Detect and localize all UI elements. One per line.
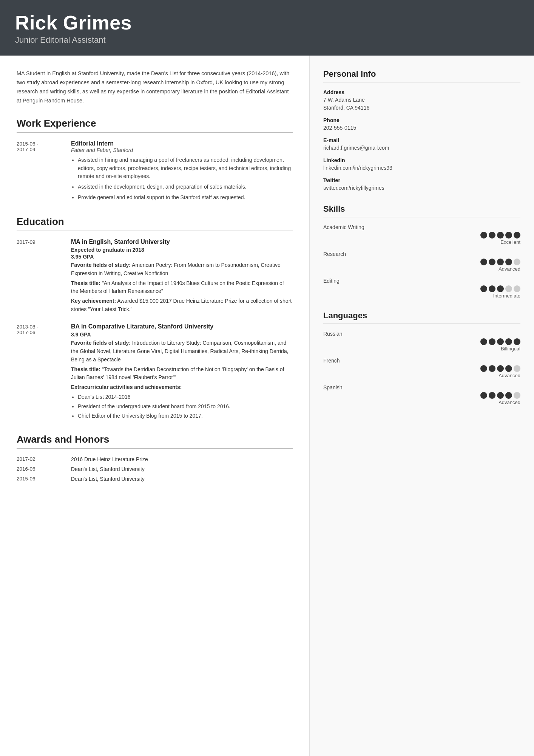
edu-entry-2: 2013-08 -2017-06 BA in Comparative Litar…: [17, 323, 293, 421]
lang-dot-2-1: [480, 365, 487, 372]
linkedin-label: LinkedIn: [323, 157, 520, 163]
left-column: MA Student in English at Stanford Univer…: [0, 56, 310, 756]
work-experience-title: Work Experience: [17, 118, 293, 133]
edu-gpa-2: 3.9 GPA: [71, 332, 293, 338]
skill-dot-1-5: [514, 232, 520, 239]
edu-content-2: BA in Comparative Litarature, Stanford U…: [71, 323, 293, 421]
awards-section: Awards and Honors 2017-02 2016 Drue Hein…: [17, 434, 293, 482]
twitter-label: Twitter: [323, 177, 520, 183]
twitter-group: Twitter twitter.com/rickyfillygrimes: [323, 177, 520, 192]
personal-info-title: Personal Info: [323, 69, 520, 82]
lang-dots-3: [323, 392, 520, 399]
lang-dot-3-5: [514, 392, 520, 399]
award-name-2: Dean's List, Stanford University: [71, 466, 145, 472]
skill-dots-2: [323, 259, 520, 265]
skill-dot-3-5: [514, 285, 520, 292]
skill-level-3: Intermediate: [323, 293, 520, 299]
award-date-2: 2016-06: [17, 466, 62, 472]
languages-section: Languages Russian Billingual French: [323, 311, 520, 405]
skill-dot-2-1: [480, 259, 487, 265]
edu-thesis-label-1: Thesis title:: [71, 280, 100, 286]
skills-section: Skills Academic Writing Excellent Resear…: [323, 204, 520, 299]
skill-dot-1-3: [497, 232, 504, 239]
skill-dot-1-1: [480, 232, 487, 239]
edu-bullets-2: Dean's List 2014-2016 President of the u…: [71, 393, 293, 420]
lang-dot-2-3: [497, 365, 504, 372]
address-line1: 7 W. Adams Lane: [323, 96, 520, 104]
lang-dot-1-5: [514, 338, 520, 345]
skills-title: Skills: [323, 204, 520, 217]
edu-content-1: MA in English, Stanford University Expec…: [71, 239, 293, 315]
edu-dates-1: 2017-09: [17, 239, 62, 315]
linkedin-value: linkedin.com/in/rickygrimes93: [323, 164, 520, 172]
award-entry-1: 2017-02 2016 Drue Heinz Literature Prize: [17, 456, 293, 462]
skill-item-2: Research Advanced: [323, 251, 520, 272]
skill-dots-1: [323, 232, 520, 239]
email-group: E-mail richard.f.grimes@gmail.com: [323, 137, 520, 152]
skill-item-3: Editing Intermediate: [323, 278, 520, 299]
edu-extracurricular-2: Extracurricular activities and achieveme…: [71, 383, 293, 392]
skill-dot-3-1: [480, 285, 487, 292]
lang-name-1: Russian: [323, 331, 520, 337]
skill-name-3: Editing: [323, 278, 520, 284]
skill-dot-2-3: [497, 259, 504, 265]
address-group: Address 7 W. Adams Lane Stanford, CA 941…: [323, 89, 520, 112]
address-line2: Stanford, CA 94116: [323, 104, 520, 112]
skill-dot-3-3: [497, 285, 504, 292]
edu-bullet-2-3: Chief Editor of the University Blog from…: [78, 412, 293, 420]
lang-dots-1: [323, 338, 520, 345]
candidate-name: Rick Grimes: [15, 12, 519, 34]
lang-dot-3-2: [489, 392, 495, 399]
summary-text: MA Student in English at Stanford Univer…: [17, 69, 293, 105]
award-name-1: 2016 Drue Heinz Literature Prize: [71, 456, 148, 462]
skill-name-2: Research: [323, 251, 520, 257]
education-title: Education: [17, 216, 293, 231]
lang-dot-1-4: [505, 338, 512, 345]
work-bullet-1-2: Assisted in the development, design, and…: [78, 183, 293, 191]
resume-header: Rick Grimes Junior Editorial Assistant: [0, 0, 534, 56]
edu-thesis-2: Thesis title: "Towards the Derridian Dec…: [71, 366, 293, 382]
edu-thesis-value-1: "An Analysis of the Impact of 1940s Blue…: [71, 280, 284, 294]
education-section: Education 2017-09 MA in English, Stanfor…: [17, 216, 293, 421]
lang-dot-3-4: [505, 392, 512, 399]
lang-dot-1-1: [480, 338, 487, 345]
lang-dot-1-2: [489, 338, 495, 345]
lang-dot-3-1: [480, 392, 487, 399]
edu-fields-2: Favorite fields of study: Introduction t…: [71, 339, 293, 364]
edu-thesis-1: Thesis title: "An Analysis of the Impact…: [71, 279, 293, 296]
twitter-value: twitter.com/rickyfillygrimes: [323, 184, 520, 192]
lang-dot-2-5: [514, 365, 520, 372]
award-date-1: 2017-02: [17, 456, 62, 462]
work-dates-1: 2015-06 -2017-09: [17, 140, 62, 204]
lang-item-2: French Advanced: [323, 358, 520, 378]
address-label: Address: [323, 89, 520, 95]
skill-dot-3-2: [489, 285, 495, 292]
skill-dot-2-2: [489, 259, 495, 265]
phone-value: 202-555-0115: [323, 124, 520, 132]
edu-thesis-value-2: "Towards the Derridian Decostruction of …: [71, 366, 284, 381]
award-entry-3: 2015-06 Dean's List, Stanford University: [17, 476, 293, 482]
skill-name-1: Academic Writing: [323, 224, 520, 230]
lang-level-1: Billingual: [323, 346, 520, 352]
lang-name-2: French: [323, 358, 520, 364]
edu-extracurricular-label-2: Extracurricular activities and achieveme…: [71, 384, 182, 390]
work-role-1: Editorial Intern: [71, 140, 293, 147]
skill-dot-3-4: [505, 285, 512, 292]
work-content-1: Editorial Intern Faber and Faber, Stanfo…: [71, 140, 293, 204]
edu-expected-1: Expected to graduate in 2018: [71, 247, 293, 253]
edu-achievement-1: Key achievement: Awarded $15,000 2017 Dr…: [71, 297, 293, 313]
linkedin-group: LinkedIn linkedin.com/in/rickygrimes93: [323, 157, 520, 172]
resume-container: Rick Grimes Junior Editorial Assistant M…: [0, 0, 534, 756]
skill-dot-2-4: [505, 259, 512, 265]
lang-level-3: Advanced: [323, 400, 520, 405]
skill-dots-3: [323, 285, 520, 292]
award-entry-2: 2016-06 Dean's List, Stanford University: [17, 466, 293, 472]
edu-achievement-label-1: Key achievement:: [71, 298, 116, 304]
email-value: richard.f.grimes@gmail.com: [323, 144, 520, 152]
skill-dot-1-2: [489, 232, 495, 239]
email-label: E-mail: [323, 137, 520, 143]
skill-dot-1-4: [505, 232, 512, 239]
edu-gpa-1: 3.95 GPA: [71, 254, 293, 260]
right-column: Personal Info Address 7 W. Adams Lane St…: [310, 56, 534, 756]
lang-dots-2: [323, 365, 520, 372]
